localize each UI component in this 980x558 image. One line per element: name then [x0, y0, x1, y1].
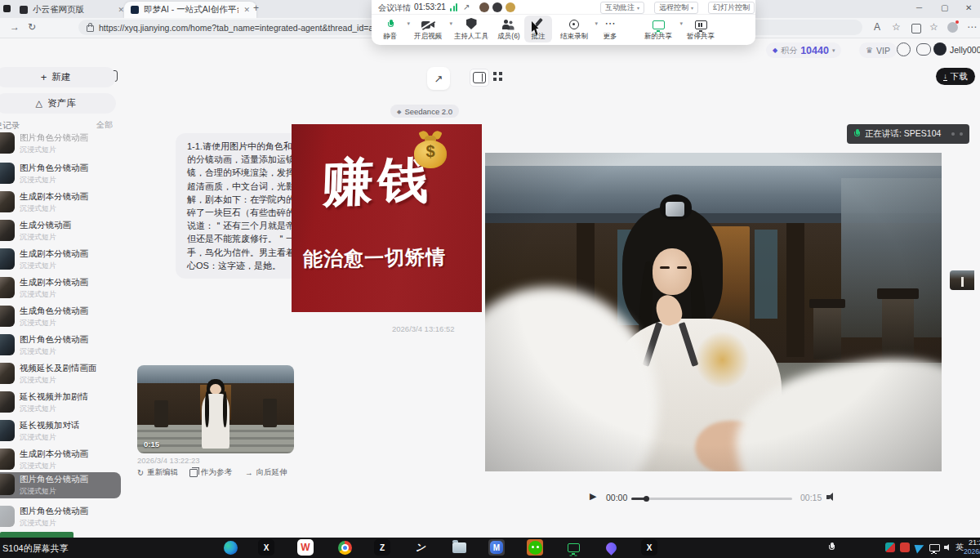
mute-button[interactable]: 静音 ▾ [378, 17, 403, 42]
extensions-icon[interactable] [911, 24, 921, 33]
conversation-subtitle: 沉浸式短片 [20, 145, 56, 155]
conversation-thumbnail [0, 220, 15, 241]
share-conversation-button[interactable]: ↗ [427, 67, 450, 90]
video-player[interactable] [485, 153, 942, 471]
user-avatar[interactable] [933, 42, 947, 56]
history-all-link[interactable]: 全部 [96, 121, 113, 129]
list-item[interactable]: 生成剧本分镜动画 沉浸式短片 [0, 275, 122, 301]
window-maximize-button[interactable]: ▢ [941, 4, 948, 12]
attached-banner-image[interactable]: 赚钱 $ 能治愈一切矫情 [292, 124, 482, 312]
play-button[interactable]: ▶ [590, 492, 596, 501]
file-explorer-icon[interactable] [451, 539, 467, 556]
list-item[interactable]: 图片角色分镜动画 沉浸式短片 [0, 333, 122, 359]
volume-icon[interactable] [826, 492, 837, 502]
map-pin-app-icon[interactable] [603, 539, 619, 556]
browser-tab-2-active[interactable]: 即梦AI - 一站式AI创作平台 ✕ [124, 2, 256, 18]
seek-bar[interactable] [631, 498, 792, 500]
new-conversation-button[interactable]: + 新建 [0, 67, 116, 87]
host-tools-button[interactable]: 主持人工具 [452, 17, 491, 42]
status-dot [951, 132, 955, 136]
collections-star-icon[interactable]: ☆ [929, 22, 938, 32]
tray-icon-teal[interactable] [882, 539, 898, 556]
taskbar-mic-icon[interactable] [823, 539, 840, 556]
list-item[interactable]: 视频延长及剧情画面 沉浸式短片 [0, 361, 122, 387]
browser-tab-1[interactable]: 小云雀网页版 ✕ [13, 2, 131, 18]
docs-app-icon-active[interactable]: M [488, 539, 505, 556]
participant-avatar[interactable] [506, 2, 515, 12]
re-edit-action[interactable]: ↻ 重新编辑 [137, 467, 178, 478]
list-item[interactable]: 生成剧本分镜动画 沉浸式短片 [0, 447, 122, 473]
list-item[interactable]: 延长视频加对话 沉浸式短片 [0, 418, 122, 444]
history-icon[interactable] [897, 42, 911, 56]
participant-avatar[interactable] [492, 2, 502, 12]
list-item[interactable]: 图片角色分镜动画 沉浸式短片 [0, 161, 122, 187]
annotate-button[interactable]: 批注 [527, 17, 550, 42]
app-swoosh-icon[interactable]: ン [412, 539, 429, 556]
credits-pill[interactable]: ◆ 积分 10440 ▾ [766, 42, 841, 58]
list-item[interactable]: 延长视频并加剧情 沉浸式短片 [0, 390, 122, 416]
window-minimize-button[interactable]: ─ [916, 4, 922, 12]
remote-control-button[interactable]: 远程控制 ▾ [654, 2, 698, 14]
seek-handle[interactable] [644, 496, 649, 502]
asset-library-button[interactable]: △ 资产库 [0, 93, 116, 114]
list-item[interactable]: 生成角色分镜动画 沉浸式短片 [0, 304, 122, 330]
tab-close-icon[interactable]: ✕ [243, 6, 250, 14]
clock-time[interactable]: 21:23 [969, 539, 980, 547]
participant-avatar[interactable] [479, 2, 489, 12]
list-item[interactable]: 生成剧本分镜动画 沉浸式短片 [0, 247, 122, 273]
favorite-star-icon[interactable]: ☆ [892, 22, 901, 32]
translate-icon[interactable]: A [874, 22, 880, 32]
chrome-browser-icon[interactable] [336, 539, 353, 556]
tray-telegram-icon[interactable] [911, 539, 928, 556]
window-close-button[interactable]: ✕ [965, 4, 972, 12]
screen-share-window-label[interactable]: S104的屏幕共享 [2, 544, 69, 553]
pause-share-button[interactable]: 暂停共享 [684, 17, 718, 42]
conversation-thumbnail [0, 420, 15, 441]
app-icon[interactable]: Z [374, 539, 390, 556]
grid-view-toggle[interactable] [493, 72, 497, 75]
download-icon: ↓ [943, 73, 947, 81]
slides-control-button[interactable]: 幻灯片控制 [708, 2, 755, 14]
tray-icon-red[interactable] [897, 539, 913, 556]
tray-volume-icon[interactable] [940, 539, 956, 556]
storyboard-view-toggle[interactable] [470, 69, 489, 87]
reload-icon[interactable]: ↻ [28, 22, 36, 32]
assets-icon: △ [36, 99, 42, 108]
conversation-title: 延长视频并加剧情 [20, 391, 88, 403]
screenshare-app-icon[interactable] [565, 539, 581, 556]
clock-date[interactable]: 2026/3/5 [964, 548, 980, 556]
model-badge-label: Seedance 2.0 [404, 107, 452, 116]
meeting-info-row: 会议详情 01:53:21 ↗ 互动批注 ▾ 远程控制 ▾ 幻灯片控制 [372, 0, 755, 15]
list-item[interactable]: 生成分镜动画 沉浸式短片 [0, 218, 122, 244]
wps-app-icon[interactable]: W [297, 539, 314, 556]
list-item[interactable]: 生成剧本分镜动画 沉浸式短片 [0, 190, 122, 216]
floating-video-thumb[interactable] [950, 270, 974, 290]
feedback-chat-icon[interactable] [916, 43, 931, 56]
as-reference-action[interactable]: 作为参考 [189, 467, 232, 478]
nav-forward-icon[interactable]: → [10, 22, 20, 32]
conversation-thumbnail [0, 506, 15, 527]
capcut-app-icon[interactable]: X [258, 539, 274, 556]
edge-browser-icon[interactable] [222, 539, 238, 556]
list-item-selected[interactable]: 图片角色分镜动画 沉浸式短片 [0, 472, 121, 498]
tab-close-icon[interactable]: ✕ [118, 6, 124, 14]
start-video-button[interactable]: 开启视频 ▾ [411, 17, 445, 42]
browser-menu-icon[interactable]: ⋯ [967, 22, 977, 32]
wechat-icon-active[interactable] [527, 539, 543, 556]
members-button[interactable]: 成员(6) [494, 17, 523, 42]
share-meeting-icon[interactable]: ↗ [463, 2, 470, 11]
download-button[interactable]: ↓ 下载 [936, 68, 975, 85]
extend-action[interactable]: → 向后延伸 [245, 467, 287, 478]
app-icon[interactable]: X [641, 539, 657, 556]
vip-badge[interactable]: ♛ VIP [859, 42, 897, 58]
more-button[interactable]: ⋯ 更多 [599, 17, 621, 42]
ime-indicator[interactable]: 英 [956, 543, 964, 551]
list-item[interactable]: 图片角色分镜动画 沉浸式短片 [0, 504, 122, 530]
new-share-button[interactable]: 新的共享 ▾ [641, 17, 675, 42]
meeting-details-link[interactable]: 会议详情 [378, 2, 411, 14]
new-tab-button[interactable]: + [253, 3, 259, 13]
end-recording-button[interactable]: 结束录制 ▾ [558, 17, 590, 42]
list-item[interactable]: 图片角色分镜动画 沉浸式短片 [0, 131, 122, 157]
generated-video-thumbnail[interactable]: 0:15 [137, 365, 294, 453]
interactive-annotation-button[interactable]: 互动批注 ▾ [600, 2, 644, 14]
